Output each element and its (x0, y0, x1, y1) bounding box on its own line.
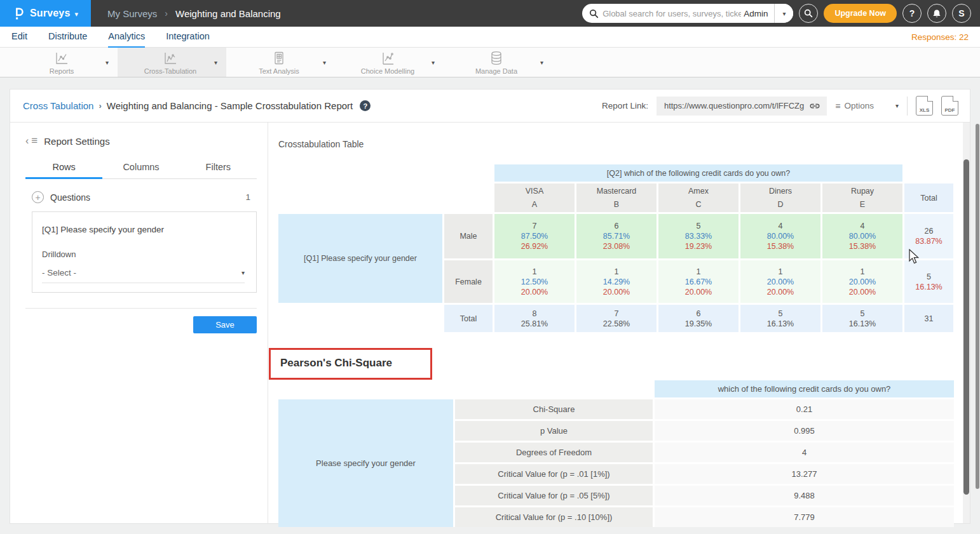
search-icon (804, 9, 813, 18)
row-pct: 16.67% (685, 277, 712, 286)
upgrade-now-button[interactable]: Upgrade Now (824, 4, 897, 23)
column-name: Amex (688, 185, 709, 197)
total-cell: 516.13% (740, 305, 820, 332)
data-cell: 120.00%20.00% (740, 260, 820, 303)
chevron-down-icon[interactable]: ▾ (214, 59, 217, 66)
drilldown-select[interactable]: - Select - ▾ (42, 268, 245, 283)
report-header-row: Cross Tabulation › Weighting and Balanci… (10, 90, 970, 123)
count: 1 (779, 267, 783, 276)
search-scope-dropdown[interactable]: ▾ (775, 4, 793, 23)
toolbar-label: Text Analysis (259, 67, 299, 75)
chi-stat-value: 13.277 (655, 464, 954, 484)
avatar-initial: S (958, 8, 964, 18)
column-name: Diners (769, 185, 792, 197)
tab-distribute[interactable]: Distribute (48, 27, 87, 48)
chevron-down-icon[interactable]: ▾ (540, 59, 543, 66)
chevron-down-icon[interactable]: ▾ (432, 59, 435, 66)
survey-nav-items: Edit Distribute Analytics Integration (11, 27, 210, 48)
row-label-female: Female (444, 260, 493, 303)
tab-columns[interactable]: Columns (102, 158, 179, 179)
help-icon[interactable]: ? (360, 100, 371, 111)
chi-stat-value: 9.488 (655, 486, 954, 505)
toolbar-cross-tabulation[interactable]: Cross-Tabulation ▾ (118, 48, 226, 77)
search-input[interactable] (602, 9, 741, 18)
cross-tabulation-link[interactable]: Cross Tabulation (23, 100, 93, 111)
chi-stat-value: 0.21 (655, 399, 954, 419)
pct: 25.81% (521, 319, 548, 328)
chevron-down-icon: ▾ (242, 269, 245, 276)
row-pct: 80.00% (767, 232, 794, 241)
col-pct: 19.23% (685, 242, 712, 251)
col-pct: 20.00% (849, 288, 876, 297)
chi-stat-label: Critical Value for (p = .10 [10%]) (455, 507, 653, 527)
export-xls-button[interactable]: XLS (916, 96, 933, 116)
pct: 16.13% (915, 283, 942, 291)
toolbar-choice-modelling[interactable]: Choice Modelling ▾ (335, 48, 444, 77)
toolbar-manage-data[interactable]: Manage Data ▾ (444, 48, 552, 77)
chevron-left-icon[interactable]: ‹ (25, 135, 29, 147)
toolbar-text-analysis[interactable]: Text Analysis ▾ (226, 48, 335, 77)
column-code: D (777, 199, 783, 211)
row-pct: 80.00% (849, 232, 876, 241)
data-cell: 583.33%19.23% (658, 214, 738, 258)
tab-integration[interactable]: Integration (166, 27, 210, 48)
add-question-button[interactable]: + (32, 191, 44, 203)
notifications-button[interactable] (927, 4, 946, 23)
hamburger-icon[interactable]: ≡ (31, 135, 37, 147)
save-button[interactable]: Save (193, 316, 257, 333)
row-pct: 83.33% (685, 232, 712, 241)
question-mark-icon: ? (909, 8, 915, 18)
count: 6 (615, 222, 619, 230)
chevron-down-icon[interactable]: ▾ (323, 59, 326, 66)
pct: 16.13% (767, 319, 794, 328)
count: 5 (779, 309, 783, 318)
chevron-down-icon[interactable]: ▾ (105, 59, 109, 66)
col-pct: 20.00% (521, 288, 548, 297)
content-scrollbar[interactable] (963, 123, 970, 523)
row-total-cell: 516.13% (904, 260, 953, 303)
toolbar-reports[interactable]: Reports ▾ (9, 48, 118, 77)
help-button[interactable]: ? (902, 4, 922, 23)
product-switcher[interactable]: Surveys ▾ (0, 0, 91, 27)
col-pct: 20.00% (685, 288, 712, 297)
scrollbar-thumb[interactable] (963, 159, 969, 495)
tab-analytics[interactable]: Analytics (108, 27, 145, 48)
tab-filters[interactable]: Filters (180, 158, 257, 179)
export-pdf-button[interactable]: PDF (941, 96, 958, 116)
row-pct: 87.50% (521, 232, 548, 241)
count: 7 (533, 222, 537, 230)
breadcrumb-my-surveys[interactable]: My Surveys (107, 8, 157, 19)
crosstab-section-title: Crosstabulation Table (278, 139, 970, 149)
total-cell: 722.58% (576, 305, 657, 332)
count: 7 (615, 309, 619, 318)
avatar[interactable]: S (952, 4, 971, 23)
brand-label: Surveys (30, 8, 71, 19)
responses-count[interactable]: Responses: 22 (911, 32, 969, 42)
col-pct: 15.38% (767, 242, 794, 251)
divider (907, 97, 908, 116)
toolbar-label: Cross-Tabulation (144, 67, 197, 75)
col-pct: 20.00% (603, 288, 630, 297)
column-group-header: [Q2] which of the following credit cards… (494, 164, 902, 182)
data-cell: 114.29%20.00% (576, 260, 657, 303)
count: 5 (927, 272, 931, 281)
search-button[interactable] (799, 4, 818, 23)
total-cell: 516.13% (822, 305, 902, 332)
line-chart-icon (53, 50, 70, 67)
options-dropdown[interactable]: ≡ Options ▾ (835, 101, 899, 111)
chi-stat-label: Chi-Square (455, 399, 653, 419)
pdf-label: PDF (945, 107, 955, 113)
pct: 83.87% (915, 237, 942, 246)
tab-edit[interactable]: Edit (11, 27, 27, 48)
toolbar-label: Choice Modelling (361, 67, 414, 75)
col-pct: 15.38% (849, 242, 876, 251)
tab-rows[interactable]: Rows (25, 158, 102, 179)
report-url-box[interactable]: https://www.questionpro.com/t/lFFCZg (657, 97, 827, 116)
plus-icon: + (35, 193, 40, 202)
chevron-down-icon: ▾ (895, 102, 899, 109)
xls-label: XLS (920, 107, 930, 113)
search-icon (589, 9, 599, 18)
drilldown-selected-value: - Select - (42, 268, 76, 277)
line-chart-icon (162, 50, 179, 67)
page-scrollbar-thumb[interactable] (976, 124, 979, 489)
